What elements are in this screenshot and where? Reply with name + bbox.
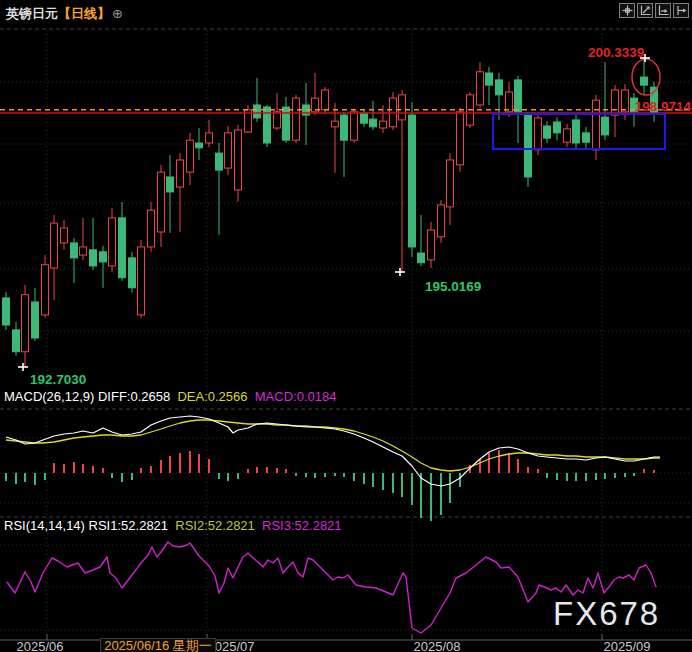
aug-low-price-label: 195.0169: [425, 279, 481, 294]
rsi2-value: RSI2:52.2821: [175, 518, 255, 533]
axis-label-jun: 2025/06: [17, 639, 64, 652]
price-lines-layer: [0, 110, 692, 113]
chart-window: 200.3339 198.9714 195.0169 192.7030 英镑日元…: [0, 0, 692, 652]
axis-label-sep: 2025/09: [604, 639, 651, 652]
collapse-icon[interactable]: ⊕: [112, 6, 123, 21]
fx678-watermark: FX678: [553, 595, 660, 633]
macd-header: MACD(26,12,9) DIFF:0.2658 DEA:0.2566 MAC…: [4, 389, 336, 404]
rsi-header: RSI(14,14,14) RSI1:52.2821 RSI2:52.2821 …: [4, 518, 342, 533]
crosshair-tool-icon[interactable]: [619, 3, 635, 18]
title-bar: 英镑日元【日线】⊕: [6, 5, 123, 23]
high-price-label: 200.3339: [588, 45, 644, 60]
period-label: 【日线】: [58, 6, 110, 21]
macd-params-label: MACD(26,12,9): [4, 389, 94, 404]
rsi3-value: RSI3:52.2821: [262, 518, 342, 533]
macd-macd-value: MACD:0.0184: [255, 389, 337, 404]
rsi-params-label: RSI(14,14,14): [4, 518, 85, 533]
chart-toolbar: [619, 3, 689, 18]
jun-low-price-label: 192.7030: [30, 372, 86, 387]
candlestick-layer: [3, 58, 658, 367]
axis-label-aug: 2025/08: [414, 639, 461, 652]
chart-canvas[interactable]: 200.3339 198.9714 195.0169 192.7030: [0, 0, 692, 652]
macd-layer: [6, 416, 660, 521]
rsi1-value: RSI1:52.2821: [89, 518, 169, 533]
last-price-label: 198.9714: [635, 99, 692, 114]
macd-dea-value: DEA:0.2566: [177, 389, 247, 404]
time-axis[interactable]: 2025/06 2025/07 2025/08 2025/09 2025/06/…: [0, 639, 692, 652]
symbol-name: 英镑日元: [6, 6, 58, 21]
axis-scale-tool-icon[interactable]: [637, 3, 653, 18]
highlighted-date-label: 2025/06/16 星期一: [100, 638, 216, 652]
extreme-marker-layer: [18, 54, 650, 371]
macd-diff-value: DIFF:0.2658: [98, 389, 170, 404]
shift-right-tool-icon[interactable]: [673, 3, 689, 18]
axis-measure-tool-icon[interactable]: [655, 3, 671, 18]
